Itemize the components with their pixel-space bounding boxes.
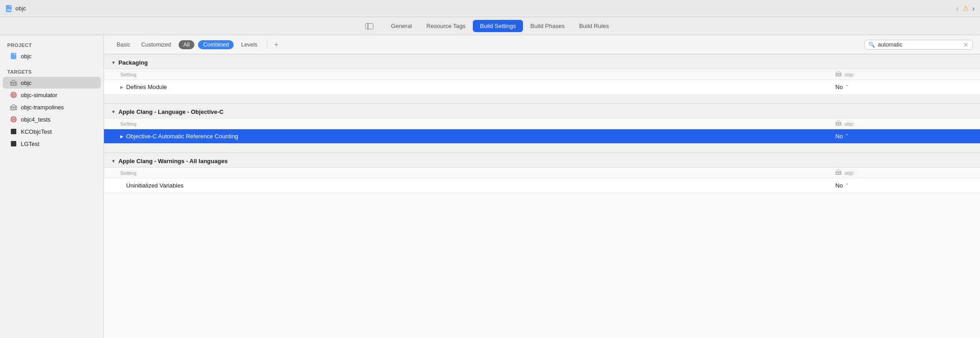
- sidebar-item-target-lgtest[interactable]: LGTest: [3, 138, 101, 150]
- filter-customized-button[interactable]: Customized: [136, 40, 177, 50]
- warning-icon: ⚠: [962, 4, 969, 13]
- svg-rect-17: [10, 109, 17, 110]
- sidebar-item-project-objc[interactable]: objc: [3, 50, 101, 62]
- section-title-packaging: Packaging: [118, 59, 148, 66]
- svg-rect-5: [13, 83, 14, 84]
- col-bank-icon-clang-warnings: [835, 169, 842, 176]
- svg-rect-13: [11, 107, 12, 109]
- section-header-clang-warnings: ▼ Apple Clang - Warnings - All languages: [104, 153, 980, 168]
- svg-rect-32: [840, 123, 841, 125]
- settings-table: ▼ Packaging Setting: [104, 54, 980, 338]
- setting-value-defines-module: No ⌃: [835, 84, 971, 90]
- file-icon: objc: [5, 5, 13, 13]
- svg-rect-28: [835, 76, 842, 76]
- svg-marker-27: [836, 71, 841, 73]
- sidebar-item-target-objc-simulator[interactable]: objc-simulator: [3, 89, 101, 101]
- svg-rect-2: [11, 53, 16, 59]
- filter-add-button[interactable]: +: [271, 41, 282, 49]
- filter-levels-button[interactable]: Levels: [236, 40, 263, 50]
- svg-rect-4: [11, 83, 12, 84]
- setting-row-defines-module[interactable]: ▶ Defines Module No ⌃: [104, 80, 980, 94]
- col-header-value-clang-language: objc: [835, 120, 971, 127]
- target-tests-label: objc4_tests: [21, 116, 51, 123]
- stepper-arc[interactable]: ⌃: [845, 133, 849, 139]
- col-header-setting-packaging: Setting: [120, 72, 835, 77]
- col-objc-label-packaging: objc: [844, 72, 854, 77]
- section-gap-2: [104, 144, 980, 153]
- nav-forward-icon[interactable]: ›: [972, 5, 975, 13]
- col-header-setting-clang-warnings: Setting: [120, 170, 835, 176]
- bank-icon-objc: [10, 79, 17, 86]
- section-chevron-clang-warnings[interactable]: ▼: [111, 159, 116, 164]
- project-file-icon: [10, 52, 17, 60]
- stepper-uninitialized-vars[interactable]: ⌃: [845, 183, 849, 188]
- search-input[interactable]: [878, 42, 961, 48]
- value-text-defines-module: No: [835, 84, 843, 90]
- setting-name-defines-module: Defines Module: [126, 84, 835, 90]
- target-objc-label: objc: [21, 80, 32, 86]
- svg-text:objc: objc: [7, 9, 13, 11]
- target-lgtest-label: LGTest: [21, 141, 39, 147]
- svg-rect-25: [838, 74, 839, 75]
- target-simulator-label: objc-simulator: [21, 92, 57, 99]
- col-header-value-packaging: objc: [835, 71, 971, 78]
- title-bar-left: objc objc: [5, 5, 26, 13]
- svg-rect-30: [836, 123, 837, 125]
- filter-basic-button[interactable]: Basic: [111, 40, 136, 50]
- sidebar-item-target-objc4-tests[interactable]: objc4_tests: [3, 113, 101, 125]
- value-text-arc: No: [835, 133, 843, 140]
- sidebar-item-target-kcobjctest[interactable]: KCObjcTest: [3, 126, 101, 137]
- setting-row-uninitialized-vars[interactable]: ▶ Uninitialized Variables No ⌃: [104, 178, 980, 193]
- value-text-uninitialized-vars: No: [835, 182, 843, 189]
- svg-rect-14: [13, 107, 14, 109]
- content-area: Basic Customized All Combined Levels + 🔍…: [104, 35, 980, 338]
- col-bank-icon-clang-language: [835, 120, 842, 127]
- stepper-defines-module[interactable]: ⌃: [845, 84, 849, 90]
- col-objc-label-clang-language: objc: [844, 121, 854, 127]
- svg-rect-34: [835, 125, 842, 126]
- sidebar-item-target-objc-trampolines[interactable]: objc-trampolines: [3, 101, 101, 113]
- svg-rect-38: [840, 172, 841, 174]
- filter-all-button[interactable]: All: [179, 40, 195, 49]
- row-chevron-defines-module[interactable]: ▶: [120, 85, 123, 89]
- setting-value-uninitialized-vars: No ⌃: [835, 182, 971, 189]
- panel-toggle-button[interactable]: [364, 22, 375, 31]
- tab-resource-tags[interactable]: Resource Tags: [419, 20, 472, 32]
- svg-rect-26: [840, 74, 841, 75]
- col-header-row-packaging: Setting objc: [104, 69, 980, 80]
- col-header-row-clang-language: Setting objc: [104, 118, 980, 129]
- svg-marker-39: [836, 169, 841, 172]
- row-chevron-arc[interactable]: ▶: [120, 134, 123, 139]
- tab-general[interactable]: General: [384, 20, 419, 32]
- filter-combined-button[interactable]: Combined: [198, 40, 234, 49]
- section-chevron-clang-language[interactable]: ▼: [111, 109, 116, 114]
- tab-build-settings[interactable]: Build Settings: [473, 20, 523, 32]
- col-bank-icon-packaging: [835, 71, 842, 78]
- nav-back-icon[interactable]: ‹: [956, 5, 958, 13]
- filter-bar: Basic Customized All Combined Levels + 🔍…: [104, 35, 980, 54]
- title-bar-title: objc: [15, 5, 26, 12]
- tab-build-rules[interactable]: Build Rules: [572, 20, 616, 32]
- svg-rect-8: [10, 85, 17, 86]
- svg-rect-40: [835, 174, 842, 175]
- section-chevron-packaging[interactable]: ▼: [111, 60, 116, 65]
- targets-section-header: TARGETS: [0, 66, 104, 76]
- svg-rect-6: [15, 83, 16, 84]
- col-header-setting-clang-language: Setting: [120, 121, 835, 127]
- search-clear-button[interactable]: ✕: [963, 42, 969, 48]
- svg-rect-21: [11, 129, 16, 134]
- search-box: 🔍 ✕: [864, 40, 973, 50]
- col-objc-label-clang-warnings: objc: [844, 170, 854, 176]
- sidebar-item-target-objc[interactable]: objc: [3, 77, 101, 89]
- target-trampolines-label: objc-trampolines: [21, 104, 64, 111]
- section-header-clang-language: ▼ Apple Clang - Language - Objective-C: [104, 103, 980, 118]
- setting-row-arc[interactable]: ▶ Objective-C Automatic Reference Counti…: [104, 129, 980, 144]
- panel-toggle-icon: [365, 23, 373, 29]
- tab-build-phases[interactable]: Build Phases: [523, 20, 572, 32]
- search-icon: 🔍: [868, 42, 875, 48]
- bank-icon-trampolines: [10, 103, 17, 111]
- section-title-clang-warnings: Apple Clang - Warnings - All languages: [118, 158, 228, 164]
- svg-rect-15: [15, 107, 16, 109]
- sidebar: PROJECT objc TARGETS: [0, 35, 104, 338]
- col-header-value-clang-warnings: objc: [835, 169, 971, 176]
